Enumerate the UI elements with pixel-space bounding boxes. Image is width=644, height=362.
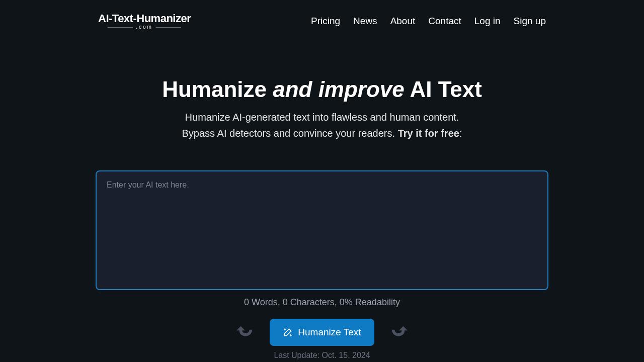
ai-text-input[interactable] [96,170,548,290]
logo-main-text: AI-Text-Humanizer [98,12,191,25]
nav-news[interactable]: News [353,16,377,27]
nav-signup[interactable]: Sign up [514,16,546,27]
undo-icon [236,324,254,339]
redo-button[interactable] [388,322,410,343]
logo-sub-text: .com [136,24,153,30]
editor-container: 0 Words, 0 Characters, 0% Readability Hu… [96,170,548,360]
nav-about[interactable]: About [390,16,416,27]
nav-contact[interactable]: Contact [428,16,461,27]
page-subtitle: Humanize AI-generated text into flawless… [0,109,644,141]
nav-login[interactable]: Log in [474,16,501,27]
undo-button[interactable] [234,322,256,343]
wand-icon [283,327,293,337]
site-header: AI-Text-Humanizer .com Pricing News Abou… [0,0,644,42]
action-row: Humanize Text [96,319,548,346]
redo-icon [390,324,408,339]
page-title: Humanize and improve AI Text [0,77,644,102]
hero-section: Humanize and improve AI Text Humanize AI… [0,77,644,141]
humanize-button-label: Humanize Text [298,327,361,338]
nav-pricing[interactable]: Pricing [311,16,340,27]
site-logo[interactable]: AI-Text-Humanizer .com [98,12,191,30]
primary-nav: Pricing News About Contact Log in Sign u… [311,16,546,27]
text-stats: 0 Words, 0 Characters, 0% Readability [96,297,548,308]
humanize-button[interactable]: Humanize Text [270,319,374,346]
last-update-text: Last Update: Oct. 15, 2024 [96,351,548,360]
